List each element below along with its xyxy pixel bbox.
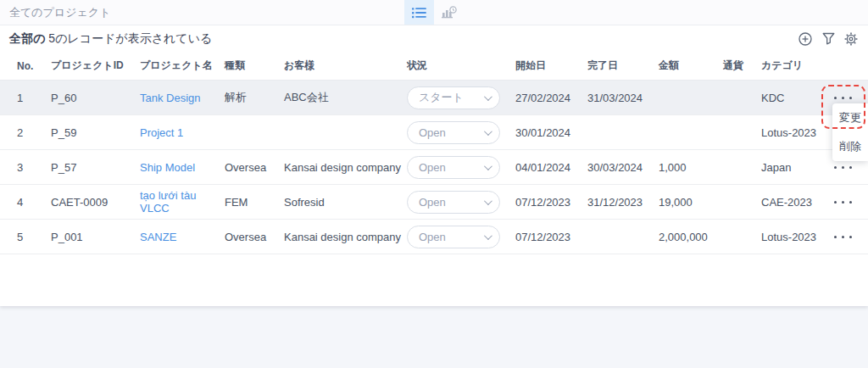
category: KDC (761, 92, 826, 104)
table-row[interactable]: 2 P_59 Project 1 Open 30/01/2024 Lotus-2… (0, 115, 868, 150)
status-dropdown[interactable]: Open (407, 226, 500, 248)
view-title: 全てのプロジェクト (9, 5, 110, 20)
project-id: P_59 (51, 126, 140, 139)
start-date: 27/02/2024 (515, 92, 587, 104)
settings-button[interactable] (843, 31, 859, 47)
report-chart-icon (442, 6, 457, 19)
row-actions-button[interactable] (832, 198, 854, 207)
report-view-button[interactable] (434, 0, 464, 25)
customer: Kansai design company (284, 231, 407, 243)
end-date: 31/03/2024 (587, 92, 659, 104)
status-dropdown[interactable]: スタート (407, 86, 500, 109)
start-date: 07/12/2023 (515, 196, 587, 209)
row-actions-button[interactable] (832, 93, 854, 103)
table-row[interactable]: 1 P_60 Tank Design 解析 ABC会社 スタート 27/02/2… (0, 81, 868, 115)
project-type: Oversea (225, 161, 284, 174)
table-row[interactable]: 5 P_001 SANZE Oversea Kansai design comp… (0, 220, 868, 254)
customer: Sofresid (284, 196, 407, 209)
status-value: Open (419, 161, 446, 174)
records-summary: 全部の 5のレコードが表示されている (9, 31, 212, 47)
status-dropdown[interactable]: Open (407, 191, 500, 214)
table-header: No. プロジェクトID プロジェクト名 種類 お客様 状況 開始日 完了日 金… (0, 52, 868, 81)
filter-button[interactable] (821, 31, 836, 47)
col-header-currency: 通貨 (723, 59, 761, 73)
status-dropdown[interactable]: Open (407, 156, 500, 179)
amount: 1,000 (659, 161, 723, 174)
project-type: 解析 (225, 90, 284, 105)
col-header-amount: 金額 (659, 59, 723, 73)
view-switcher (404, 0, 464, 25)
status-value: Open (419, 231, 446, 243)
row-number: 1 (17, 92, 51, 104)
menu-item-delete[interactable]: 削除 (832, 132, 868, 161)
col-header-project-id: プロジェクトID (51, 59, 140, 73)
status-value: Open (419, 126, 446, 139)
col-header-end-date: 完了日 (587, 59, 659, 73)
filter-funnel-icon (822, 32, 835, 45)
col-header-project-name: プロジェクト名 (140, 59, 225, 73)
col-header-type: 種類 (225, 59, 284, 73)
chevron-down-icon (484, 197, 492, 205)
customer: ABC会社 (284, 90, 407, 105)
list-view-icon (412, 7, 426, 19)
status-value: Open (419, 196, 446, 209)
amount: 2,000,000 (659, 231, 723, 243)
add-record-button[interactable] (798, 31, 813, 47)
gear-icon (844, 32, 858, 46)
records-summary-prefix: 全部の (9, 31, 45, 45)
project-name-link[interactable]: tạo lưới tàu VLCC (140, 189, 225, 215)
start-date: 30/01/2024 (515, 126, 587, 139)
chevron-down-icon (484, 231, 492, 240)
category: CAE-2023 (761, 196, 826, 209)
plus-circle-icon (798, 32, 812, 46)
end-date: 31/12/2023 (587, 196, 659, 209)
row-number: 3 (17, 161, 51, 174)
category: Lotus-2023 (761, 231, 826, 243)
project-type: FEM (225, 196, 284, 209)
project-name-link[interactable]: Ship Model (140, 161, 225, 174)
category: Lotus-2023 (761, 126, 826, 139)
records-bar-actions (798, 31, 859, 47)
start-date: 07/12/2023 (515, 231, 587, 243)
end-date: 30/03/2024 (587, 161, 659, 174)
topbar: 全てのプロジェクト (0, 0, 868, 25)
row-number: 4 (17, 196, 51, 209)
amount: 19,000 (659, 196, 723, 209)
status-value: スタート (419, 90, 464, 105)
row-number: 2 (17, 126, 51, 139)
records-summary-rest: 5のレコードが表示されている (45, 31, 212, 45)
table-row[interactable]: 3 P_57 Ship Model Oversea Kansai design … (0, 150, 868, 185)
row-context-menu: 変更 削除 (832, 103, 868, 161)
customer: Kansai design company (284, 161, 407, 174)
project-name-link[interactable]: SANZE (140, 231, 225, 243)
col-header-category: カテゴリ (761, 59, 826, 73)
chevron-down-icon (484, 162, 492, 170)
table-body: 1 P_60 Tank Design 解析 ABC会社 スタート 27/02/2… (0, 81, 868, 254)
project-id: CAET-0009 (51, 196, 140, 209)
chevron-down-icon (484, 127, 492, 136)
project-type: Oversea (225, 231, 284, 243)
list-view-button[interactable] (404, 0, 434, 25)
col-header-customer: お客様 (284, 59, 407, 73)
category: Japan (761, 161, 826, 174)
col-header-status: 状況 (407, 59, 515, 73)
row-number: 5 (17, 231, 51, 243)
project-id: P_57 (51, 161, 140, 174)
project-id: P_60 (51, 92, 140, 104)
status-dropdown[interactable]: Open (407, 121, 500, 144)
records-bar: 全部の 5のレコードが表示されている (0, 25, 868, 52)
row-actions-button[interactable] (832, 232, 854, 242)
menu-item-edit[interactable]: 変更 (832, 103, 868, 132)
table-row[interactable]: 4 CAET-0009 tạo lưới tàu VLCC FEM Sofres… (0, 185, 868, 220)
start-date: 04/01/2024 (515, 161, 587, 174)
project-id: P_001 (51, 231, 140, 243)
row-actions-button[interactable] (832, 163, 854, 172)
chevron-down-icon (484, 92, 492, 101)
content-card: 全てのプロジェクト (0, 0, 868, 306)
project-name-link[interactable]: Project 1 (140, 126, 225, 139)
col-header-no: No. (17, 60, 51, 72)
project-name-link[interactable]: Tank Design (140, 92, 225, 104)
col-header-start-date: 開始日 (515, 59, 587, 73)
